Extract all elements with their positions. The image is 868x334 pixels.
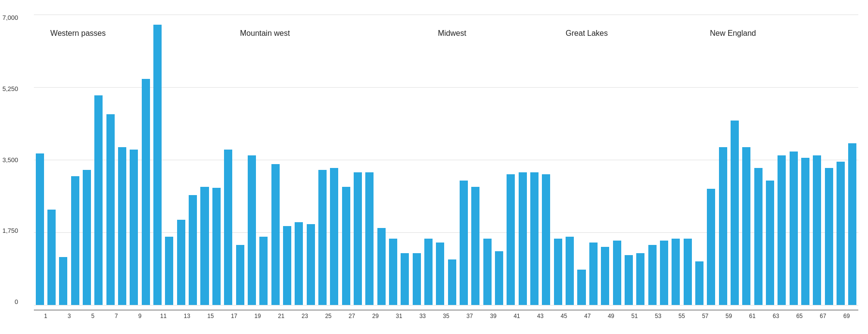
bar-group-56 <box>693 15 705 305</box>
bar-group-4 <box>81 15 92 305</box>
bar-18 <box>248 155 256 305</box>
bar-67 <box>825 168 833 305</box>
bar-38 <box>483 239 492 305</box>
bar-23 <box>307 224 315 305</box>
x-label-1: 1 <box>34 310 58 319</box>
y-label-3500: 3,500 <box>2 157 18 163</box>
bar-5 <box>94 95 103 305</box>
x-label-41: 41 <box>505 310 529 319</box>
bar-group-62 <box>764 15 776 305</box>
bar-group-66 <box>811 15 823 305</box>
bar-group-45 <box>564 15 575 305</box>
x-label-47: 47 <box>576 310 599 319</box>
x-label-21: 21 <box>269 310 293 319</box>
bar-22 <box>295 222 303 305</box>
bar-group-1 <box>45 15 57 305</box>
bar-group-43 <box>540 15 552 305</box>
x-label-33: 33 <box>411 310 434 319</box>
x-label-17: 17 <box>223 310 246 319</box>
x-label-65: 65 <box>788 310 811 319</box>
bar-24 <box>318 170 327 305</box>
bar-19 <box>259 237 268 305</box>
x-label-31: 31 <box>387 310 411 319</box>
bar-group-57 <box>705 15 717 305</box>
x-label-59: 59 <box>717 310 741 319</box>
x-label-11: 11 <box>151 310 175 319</box>
bar-group-42 <box>528 15 540 305</box>
x-label-35: 35 <box>434 310 458 319</box>
bar-30 <box>389 239 397 305</box>
bar-group-14 <box>199 15 210 305</box>
chart-area: 7,000 5,250 3,500 1,750 0 Western passes… <box>34 15 858 305</box>
x-label-29: 29 <box>364 310 388 319</box>
bar-group-27 <box>352 15 363 305</box>
x-label-45: 45 <box>552 310 576 319</box>
bar-group-16 <box>223 15 234 305</box>
bar-group-49 <box>611 15 623 305</box>
bar-68 <box>837 162 845 305</box>
bar-group-59 <box>729 15 740 305</box>
bar-15 <box>212 188 221 305</box>
bar-group-51 <box>635 15 646 305</box>
bar-48 <box>601 247 609 305</box>
x-label-57: 57 <box>693 310 717 319</box>
bar-37 <box>471 187 479 305</box>
bar-group-18 <box>246 15 257 305</box>
bar-14 <box>200 187 209 305</box>
bar-group-40 <box>505 15 517 305</box>
bar-45 <box>566 237 574 305</box>
y-label-7000: 7,000 <box>2 15 18 21</box>
x-label-51: 51 <box>623 310 646 319</box>
bar-group-53 <box>658 15 670 305</box>
bar-group-46 <box>576 15 587 305</box>
bar-group-68 <box>835 15 846 305</box>
bar-group-7 <box>116 15 128 305</box>
bar-21 <box>283 226 291 305</box>
bar-group-32 <box>411 15 422 305</box>
bar-group-44 <box>552 15 564 305</box>
x-label-43: 43 <box>528 310 552 319</box>
bar-group-26 <box>340 15 352 305</box>
bar-group-0 <box>34 15 45 305</box>
x-label-61: 61 <box>741 310 764 319</box>
bar-group-24 <box>316 15 328 305</box>
bar-group-28 <box>364 15 375 305</box>
bar-55 <box>684 239 692 305</box>
x-label-3: 3 <box>58 310 81 319</box>
bar-group-2 <box>58 15 69 305</box>
bar-29 <box>377 228 386 305</box>
bar-6 <box>106 114 115 305</box>
bar-43 <box>542 174 550 305</box>
x-label-37: 37 <box>458 310 481 319</box>
bar-group-6 <box>105 15 116 305</box>
bar-53 <box>660 241 668 305</box>
bar-2 <box>59 257 67 305</box>
bar-20 <box>271 164 280 305</box>
bar-10 <box>153 25 162 305</box>
bar-group-55 <box>682 15 693 305</box>
bar-group-38 <box>481 15 493 305</box>
bar-group-20 <box>269 15 281 305</box>
bar-69 <box>848 143 856 305</box>
bar-9 <box>142 79 150 305</box>
y-axis-labels: 7,000 5,250 3,500 1,750 0 <box>2 15 18 305</box>
bar-11 <box>165 237 173 305</box>
bar-group-41 <box>517 15 528 305</box>
bar-group-36 <box>458 15 469 305</box>
bar-26 <box>342 187 350 305</box>
bar-group-30 <box>387 15 399 305</box>
bar-58 <box>719 147 727 305</box>
bar-group-17 <box>234 15 246 305</box>
x-label-15: 15 <box>199 310 223 319</box>
x-axis: 1357911131517192123252729313335373941434… <box>34 310 858 319</box>
bar-61 <box>754 168 763 305</box>
bar-group-69 <box>847 15 858 305</box>
bar-group-34 <box>434 15 446 305</box>
bar-group-52 <box>646 15 658 305</box>
bar-41 <box>519 172 527 305</box>
bar-17 <box>236 245 244 305</box>
bar-35 <box>448 259 456 305</box>
bar-34 <box>436 243 444 305</box>
bar-group-67 <box>823 15 835 305</box>
bar-31 <box>401 253 409 305</box>
